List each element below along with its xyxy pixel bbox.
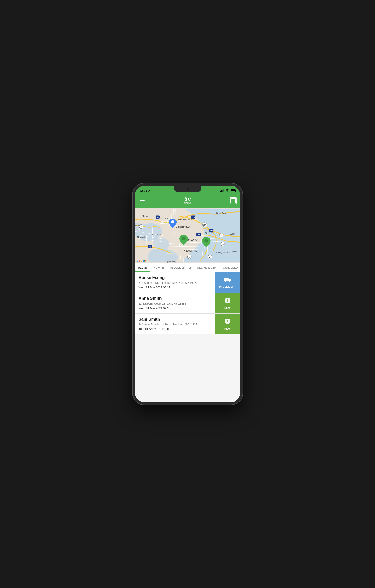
google-watermark: Google	[137, 259, 147, 262]
svg-text:BROOKLYN: BROOKLYN	[183, 250, 197, 252]
phone-frame: 12:00 ➤	[132, 183, 243, 405]
delivery-list: House Fixing 514 Summer Dr. Suite 764 Ne…	[135, 272, 240, 402]
tab-delivered[interactable]: DELIVERED (0)	[194, 263, 220, 272]
map-view[interactable]: 95 278 495 295 678 78	[135, 208, 240, 263]
delivery-address: 244 West Peachtree Street Brooklyn, NY 1…	[139, 323, 211, 327]
svg-rect-8	[233, 202, 233, 202]
delivery-info: House Fixing 514 Summer Dr. Suite 764 Ne…	[135, 272, 215, 293]
svg-point-82	[182, 237, 185, 240]
delivery-status-badge[interactable]: ! NEW	[215, 293, 240, 314]
svg-text:25A: 25A	[203, 224, 206, 226]
tabs-bar: ALL (3) NEW (2) IN DELIVERY (1) DELIVERE…	[135, 263, 240, 272]
time-display: 12:00	[140, 189, 147, 192]
app-header: trc demo	[135, 194, 240, 208]
svg-point-83	[204, 239, 208, 242]
delivery-name: Anna Smith	[139, 296, 211, 301]
svg-text:THE BRONX: THE BRONX	[178, 218, 192, 221]
tab-all[interactable]: ALL (3)	[135, 263, 151, 272]
svg-text:!: !	[227, 319, 228, 323]
phone-screen: 12:00 ➤	[135, 186, 240, 402]
delivery-date: Wed, 31 Mar 2021 09:33	[139, 307, 211, 310]
svg-point-81	[171, 220, 174, 223]
svg-text:278: 278	[192, 216, 194, 218]
delivery-address: 22 Bayberry Court Jamaica, NY 11434	[139, 302, 211, 306]
svg-text:Union: Union	[231, 250, 237, 252]
svg-text:3: 3	[141, 226, 142, 228]
svg-text:clair: clair	[135, 224, 139, 227]
app-logo: trc demo	[184, 196, 191, 205]
svg-text:495: 495	[197, 234, 200, 236]
app-subtitle: demo	[184, 201, 191, 205]
delivery-address: 514 Summer Dr. Suite 764 New York, NY 10…	[139, 281, 211, 285]
delivery-date: Wed, 31 Mar 2021 09:37	[139, 286, 211, 289]
location-arrow-icon: ➤	[148, 189, 150, 192]
delivery-item[interactable]: Sam Smith 244 West Peachtree Street Broo…	[135, 314, 240, 335]
svg-text:Hoboken: Hoboken	[152, 233, 161, 236]
svg-text:27: 27	[188, 256, 190, 258]
svg-text:!: !	[227, 299, 228, 302]
svg-rect-5	[233, 200, 233, 201]
svg-text:27: 27	[209, 256, 211, 258]
svg-rect-4	[232, 200, 232, 201]
status-text: NEW	[224, 306, 231, 309]
svg-text:MANHATTAN: MANHATTAN	[175, 226, 190, 229]
truck-icon	[224, 277, 231, 284]
svg-point-86	[229, 281, 230, 283]
camera	[186, 188, 189, 190]
menu-button[interactable]	[139, 198, 146, 203]
new-order-icon: !	[224, 318, 231, 326]
wifi-icon	[225, 189, 229, 192]
tab-new[interactable]: NEW (2)	[151, 263, 167, 272]
calendar-button[interactable]	[230, 197, 237, 204]
svg-text:Kearny: Kearny	[161, 217, 168, 220]
svg-rect-84	[224, 278, 229, 281]
delivery-item[interactable]: House Fixing 514 Summer Dr. Suite 764 Ne…	[135, 272, 240, 293]
battery-icon	[231, 189, 236, 192]
svg-text:Valley Stream: Valley Stream	[216, 251, 230, 254]
status-text: IN DELIVERY	[219, 285, 236, 288]
svg-text:Glen Cove: Glen Cove	[216, 212, 227, 214]
svg-text:Clifton: Clifton	[142, 215, 149, 217]
svg-point-85	[225, 281, 226, 283]
svg-text:78: 78	[149, 246, 151, 248]
app-name: trc	[184, 196, 191, 201]
svg-rect-6	[234, 200, 235, 201]
delivery-info: Anna Smith 22 Bayberry Court Jamaica, NY…	[135, 293, 215, 314]
svg-text:QUEENS: QUEENS	[205, 231, 214, 234]
tab-canceled[interactable]: CANCELED	[220, 263, 240, 272]
new-order-icon: !	[224, 297, 231, 305]
delivery-name: House Fixing	[139, 275, 211, 280]
delivery-status-badge[interactable]: ! NEW	[215, 314, 240, 334]
delivery-name: Sam Smith	[139, 317, 211, 322]
delivery-date: Thu, 01 Apr 2021 11:30	[139, 327, 211, 331]
status-text: NEW	[224, 327, 231, 330]
svg-text:Newark: Newark	[137, 236, 146, 239]
svg-text:Upper Bay: Upper Bay	[166, 260, 176, 262]
delivery-info: Sam Smith 244 West Peachtree Street Broo…	[135, 314, 215, 334]
phone-notch	[174, 186, 202, 192]
svg-text:24: 24	[222, 243, 224, 245]
signal-icon	[220, 189, 224, 192]
status-icons	[220, 189, 236, 192]
delivery-item[interactable]: Anna Smith 22 Bayberry Court Jamaica, NY…	[135, 293, 240, 314]
tab-in-delivery[interactable]: IN DELIVERY (1)	[167, 263, 194, 272]
svg-text:West: West	[230, 232, 235, 235]
svg-text:95: 95	[157, 216, 159, 218]
svg-rect-7	[232, 202, 232, 202]
status-time: 12:00 ➤	[140, 189, 150, 192]
delivery-status-badge[interactable]: IN DELIVERY	[215, 272, 240, 293]
svg-text:25: 25	[220, 235, 222, 236]
